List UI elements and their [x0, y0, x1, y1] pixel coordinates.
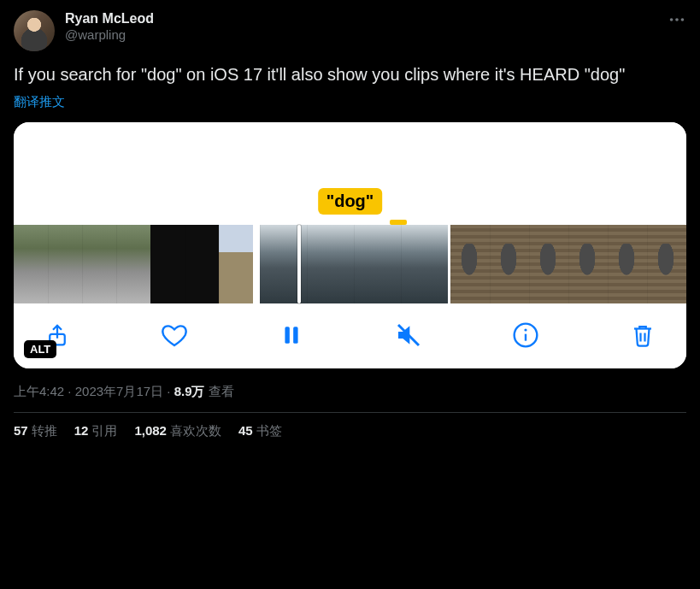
trash-button[interactable] [628, 321, 657, 350]
ellipsis-icon [668, 10, 686, 29]
quotes-stat[interactable]: 12引用 [74, 423, 118, 439]
more-button[interactable] [668, 10, 686, 29]
stat-count: 57 [14, 423, 28, 438]
user-info: Ryan McLeod @warpling [65, 10, 154, 44]
info-button[interactable] [511, 321, 540, 350]
frame [14, 225, 48, 303]
stat-label: 书签 [256, 423, 282, 438]
user-handle[interactable]: @warpling [65, 27, 154, 44]
stat-count: 1,082 [134, 423, 167, 438]
stat-label: 转推 [32, 423, 57, 438]
avatar[interactable] [14, 10, 55, 51]
mute-icon [395, 321, 422, 349]
heart-icon [161, 321, 188, 349]
trash-icon [630, 321, 656, 349]
tweet-text: If you search for "dog" on iOS 17 it'll … [14, 63, 686, 85]
like-button[interactable] [160, 321, 189, 350]
svg-rect-4 [285, 327, 289, 344]
views-count: 8.9万 [174, 384, 205, 398]
caption-bubble: "dog" [318, 188, 383, 215]
views-label: 查看 [209, 384, 234, 398]
clip-group-2 [260, 225, 448, 303]
frame [647, 225, 686, 303]
tweet-time[interactable]: 上午4:42 [14, 384, 64, 398]
svg-point-2 [681, 18, 685, 21]
stat-count: 45 [238, 423, 253, 438]
video-filmstrip[interactable] [14, 225, 686, 303]
frame [82, 225, 116, 303]
frame [48, 225, 82, 303]
stat-count: 12 [74, 423, 89, 438]
media-attachment[interactable]: "dog" [14, 122, 686, 368]
frame [219, 225, 253, 303]
display-name[interactable]: Ryan McLeod [65, 10, 154, 27]
bookmarks-stat[interactable]: 45书签 [238, 423, 282, 439]
frame [116, 225, 150, 303]
frame [185, 225, 219, 303]
translate-link[interactable]: 翻译推文 [14, 94, 65, 110]
alt-badge[interactable]: ALT [24, 340, 56, 358]
retweets-stat[interactable]: 57转推 [14, 423, 57, 439]
media-toolbar [14, 303, 686, 368]
frame [608, 225, 647, 303]
media-preview-top: "dog" [14, 122, 686, 225]
tweet-stats: 57转推 12引用 1,082喜欢次数 45书签 [14, 423, 686, 439]
clip-group-1 [14, 225, 253, 303]
mute-button[interactable] [394, 321, 423, 350]
tweet-header: Ryan McLeod @warpling [14, 10, 686, 51]
frame [354, 225, 401, 303]
meta-sep: · [163, 384, 174, 398]
frame [307, 225, 354, 303]
likes-stat[interactable]: 1,082喜欢次数 [134, 423, 221, 439]
divider [14, 412, 686, 413]
meta-sep: · [64, 384, 75, 398]
info-icon [512, 321, 539, 349]
tweet-date[interactable]: 2023年7月17日 [75, 384, 163, 398]
pause-button[interactable] [277, 321, 306, 350]
caption-tick [390, 220, 407, 225]
svg-point-1 [675, 18, 679, 21]
frame [529, 225, 568, 303]
svg-point-9 [524, 328, 526, 331]
svg-point-0 [670, 18, 674, 21]
frame [490, 225, 529, 303]
frame [401, 225, 448, 303]
stat-label: 引用 [91, 423, 117, 438]
frame [568, 225, 608, 303]
stat-label: 喜欢次数 [170, 423, 221, 438]
clip-group-3 [450, 225, 686, 303]
svg-rect-5 [293, 327, 297, 344]
playhead[interactable] [297, 225, 301, 303]
frame [150, 225, 185, 303]
frame [450, 225, 490, 303]
pause-icon [280, 322, 303, 348]
tweet-meta: 上午4:42 · 2023年7月17日 · 8.9万 查看 [14, 384, 686, 400]
